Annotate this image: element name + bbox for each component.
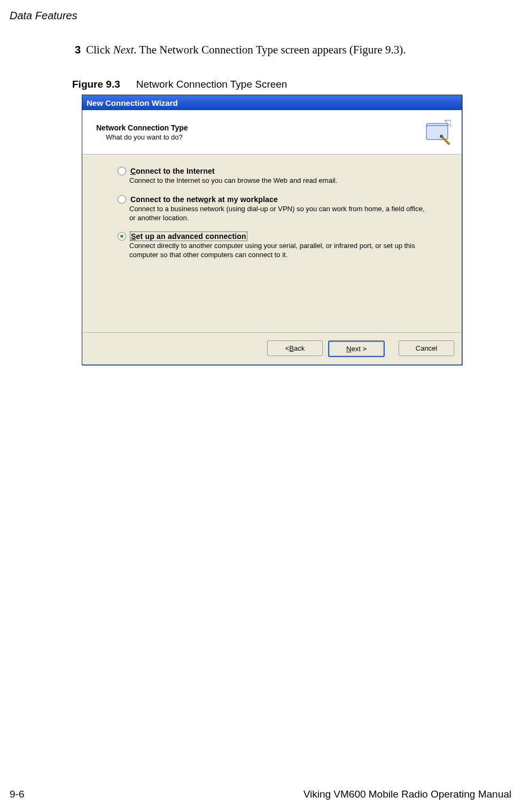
manual-title: Viking VM600 Mobile Radio Operating Manu… — [304, 788, 511, 800]
back-post: ack — [294, 344, 305, 352]
hotkey: C — [130, 167, 136, 175]
option-desc-connect-workplace: Connect to a business network (using dia… — [129, 205, 429, 222]
next-post: ext > — [351, 345, 367, 353]
back-button[interactable]: < Back — [267, 341, 323, 356]
step-text: Click Next. The Network Connection Type … — [86, 43, 406, 57]
step-italic: Next — [113, 43, 134, 56]
option-title-connect-internet: Connect to the Internet — [130, 167, 215, 175]
option-advanced-connection[interactable]: Set up an advanced connection Connect di… — [118, 232, 440, 259]
titlebar[interactable]: New Connection Wizard — [82, 95, 462, 110]
next-hotkey: N — [346, 345, 351, 353]
option-title-connect-workplace: Connect to the network at my workplace — [130, 195, 278, 204]
svg-point-1 — [440, 135, 443, 138]
rest: onnect to the Internet — [136, 167, 215, 175]
back-hotkey: B — [289, 344, 294, 352]
rest: et up an advanced connection — [136, 232, 246, 241]
next-button[interactable]: Next > — [328, 341, 385, 357]
cancel-label: Cancel — [416, 344, 437, 352]
titlebar-text: New Connection Wizard — [87, 98, 178, 107]
page-number: 9-6 — [10, 788, 24, 800]
wizard-button-bar: < Back Next > Cancel — [82, 332, 462, 365]
step-prefix: Click — [86, 43, 113, 56]
step-row: 3 Click Next. The Network Connection Typ… — [72, 43, 468, 57]
cancel-button[interactable]: Cancel — [399, 341, 454, 356]
step-suffix: . The Network Connection Type screen app… — [134, 43, 406, 56]
back-pre: < — [285, 344, 290, 352]
step-number: 3 — [72, 44, 81, 56]
radio-connect-workplace[interactable] — [118, 195, 126, 204]
radio-advanced-connection[interactable] — [118, 232, 126, 241]
wizard-window: New Connection Wizard Network Connection… — [82, 95, 462, 365]
wizard-header-panel: Network Connection Type What do you want… — [82, 110, 462, 154]
wizard-header-text: Network Connection Type What do you want… — [96, 123, 423, 141]
figure-caption: Figure 9.3Network Connection Type Screen — [72, 79, 468, 90]
wizard-header-subtitle: What do you want to do? — [106, 133, 423, 141]
figure-caption-text: Network Connection Type Screen — [136, 79, 287, 90]
option-desc-advanced-connection: Connect directly to another computer usi… — [129, 242, 429, 259]
content-area: 3 Click Next. The Network Connection Typ… — [72, 43, 468, 365]
hotkey: S — [131, 232, 136, 241]
pre: Connect to the netw — [130, 195, 204, 204]
option-title-advanced-connection: Set up an advanced connection — [130, 232, 247, 241]
option-connect-internet[interactable]: Connect to the Internet Connect to the I… — [118, 167, 440, 185]
figure-label: Figure 9.3 — [72, 79, 120, 90]
wizard-header-title: Network Connection Type — [96, 123, 423, 132]
option-desc-connect-internet: Connect to the Internet so you can brows… — [129, 176, 429, 185]
rest: rk at my workplace — [208, 195, 278, 204]
radio-connect-internet[interactable] — [118, 167, 126, 175]
wizard-icon — [423, 118, 451, 146]
wizard-body-panel: Connect to the Internet Connect to the I… — [82, 154, 462, 332]
section-header: Data Features — [10, 10, 77, 22]
option-connect-workplace[interactable]: Connect to the network at my workplace C… — [118, 195, 440, 222]
page-footer: 9-6 Viking VM600 Mobile Radio Operating … — [10, 788, 511, 800]
